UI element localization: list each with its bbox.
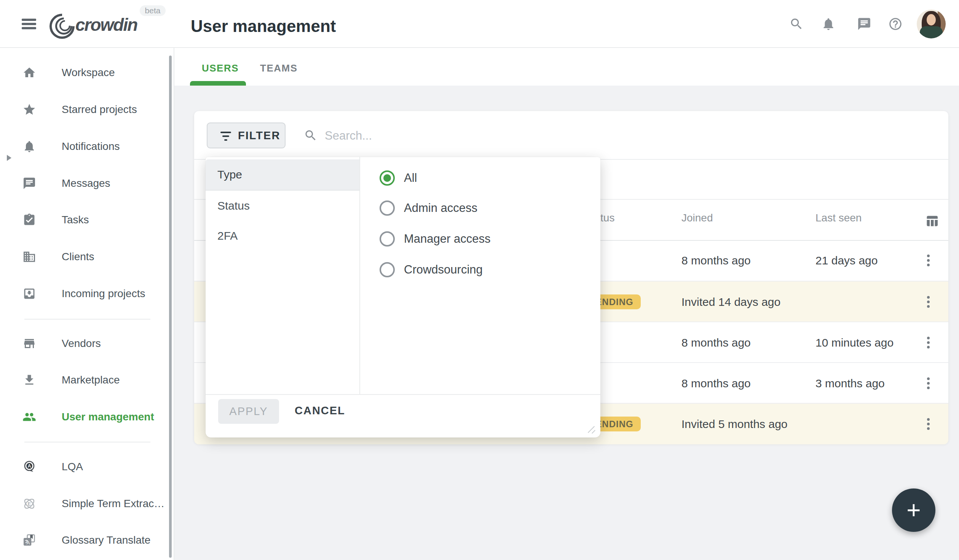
joined-cell: 8 months ago	[681, 240, 751, 281]
column-header-last-seen[interactable]: Last seen	[815, 212, 862, 224]
last-seen-cell: 21 days ago	[815, 240, 878, 281]
filter-category-status[interactable]: Status	[206, 191, 359, 221]
lqa-icon: A	[22, 460, 36, 474]
joined-cell: Invited 14 days ago	[681, 282, 780, 322]
radio-option-crowdsourcing[interactable]: Crowdsourcing	[370, 255, 591, 285]
filter-category-type[interactable]: Type	[206, 159, 359, 191]
sidebar-item-starred-projects[interactable]: Starred projects	[0, 97, 174, 122]
radio-icon	[380, 231, 395, 247]
columns-settings-icon[interactable]	[925, 214, 939, 228]
sidebar-item-tasks[interactable]: Tasks	[0, 208, 174, 232]
sidebar-item-vendors[interactable]: Vendors	[0, 331, 174, 356]
avatar-face	[927, 14, 936, 25]
svg-text:E: E	[28, 501, 31, 507]
storefront-icon	[22, 337, 36, 350]
search-icon[interactable]	[788, 16, 805, 32]
tab-teams[interactable]: TEAMS	[260, 62, 298, 74]
tab-users[interactable]: USERS	[202, 62, 239, 74]
sidebar-item-user-management[interactable]: User management	[0, 405, 174, 429]
resize-handle-icon[interactable]	[587, 425, 597, 434]
sidebar-item-lqa[interactable]: A LQA	[0, 455, 174, 479]
sidebar: Workspace Starred projects Notifications…	[0, 48, 174, 560]
radio-icon	[380, 200, 395, 216]
column-header-joined[interactable]: Joined	[681, 212, 713, 224]
joined-cell: 8 months ago	[681, 363, 751, 404]
atom-icon: E	[22, 497, 36, 511]
translate-icon: A	[22, 533, 36, 547]
sidebar-divider	[24, 442, 150, 442]
radio-option-manager-access[interactable]: Manager access	[370, 224, 591, 254]
task-icon	[22, 213, 36, 227]
filter-dropdown-panel: Type Status 2FA All Admin access Manager…	[206, 157, 600, 438]
tab-strip: USERS TEAMS	[174, 48, 959, 86]
menu-icon[interactable]	[22, 19, 36, 31]
avatar[interactable]	[917, 10, 946, 38]
page-title: User management	[191, 17, 336, 36]
sidebar-item-glossary-translate[interactable]: A Glossary Translate	[0, 528, 174, 552]
row-menu-icon[interactable]	[920, 334, 937, 351]
radio-icon	[380, 262, 395, 277]
sidebar-item-simple-term-extractor[interactable]: E Simple Term Extrac…	[0, 492, 174, 516]
building-icon	[22, 250, 36, 264]
star-icon	[22, 103, 36, 116]
help-icon[interactable]	[887, 16, 904, 32]
avatar-body	[920, 26, 943, 38]
notifications-icon[interactable]	[820, 16, 837, 32]
cancel-button[interactable]: CANCEL	[295, 404, 345, 417]
apply-button[interactable]: APPLY	[218, 399, 279, 424]
sidebar-item-workspace[interactable]: Workspace	[0, 60, 174, 85]
row-menu-icon[interactable]	[920, 293, 937, 310]
crowdin-logo[interactable]: crowdin	[75, 14, 137, 35]
app-root: crowdin beta User management Workspace	[0, 0, 959, 560]
joined-cell: 8 months ago	[681, 322, 751, 363]
last-seen-cell: 10 minutes ago	[815, 322, 894, 363]
panel-column-divider	[359, 157, 360, 394]
beta-badge: beta	[140, 5, 166, 16]
bell-icon	[22, 140, 36, 153]
download-icon	[22, 373, 36, 387]
joined-cell: Invited 5 months ago	[681, 404, 788, 444]
sidebar-item-notifications[interactable]: Notifications	[0, 134, 174, 159]
radio-selected-icon	[380, 170, 395, 186]
sidebar-divider	[24, 319, 150, 320]
search-icon	[304, 129, 318, 142]
add-user-fab[interactable]: +	[892, 488, 935, 532]
filter-icon	[220, 132, 231, 143]
sidebar-scrollbar[interactable]	[169, 56, 172, 558]
inbox-icon	[22, 287, 36, 301]
row-menu-icon[interactable]	[920, 252, 937, 269]
radio-option-admin-access[interactable]: Admin access	[370, 193, 591, 223]
radio-option-all[interactable]: All	[370, 163, 591, 193]
row-menu-icon[interactable]	[920, 375, 937, 391]
filter-category-2fa[interactable]: 2FA	[206, 221, 359, 251]
filter-button[interactable]: FILTER	[207, 123, 286, 148]
panel-footer-divider	[206, 394, 600, 395]
search-input[interactable]	[324, 126, 554, 146]
sidebar-item-marketplace[interactable]: Marketplace	[0, 368, 174, 392]
row-menu-icon[interactable]	[920, 415, 937, 432]
sidebar-item-incoming-projects[interactable]: Incoming projects	[0, 282, 174, 306]
message-icon	[22, 177, 36, 190]
home-icon	[22, 66, 36, 80]
top-bar: crowdin beta User management	[0, 0, 959, 48]
svg-text:A: A	[28, 463, 31, 469]
people-icon	[22, 410, 36, 424]
sidebar-item-messages[interactable]: Messages	[0, 171, 174, 196]
messages-icon[interactable]	[856, 16, 873, 32]
sidebar-item-clients[interactable]: Clients	[0, 245, 174, 269]
active-tab-indicator	[190, 81, 246, 86]
last-seen-cell: 3 months ago	[815, 363, 885, 404]
